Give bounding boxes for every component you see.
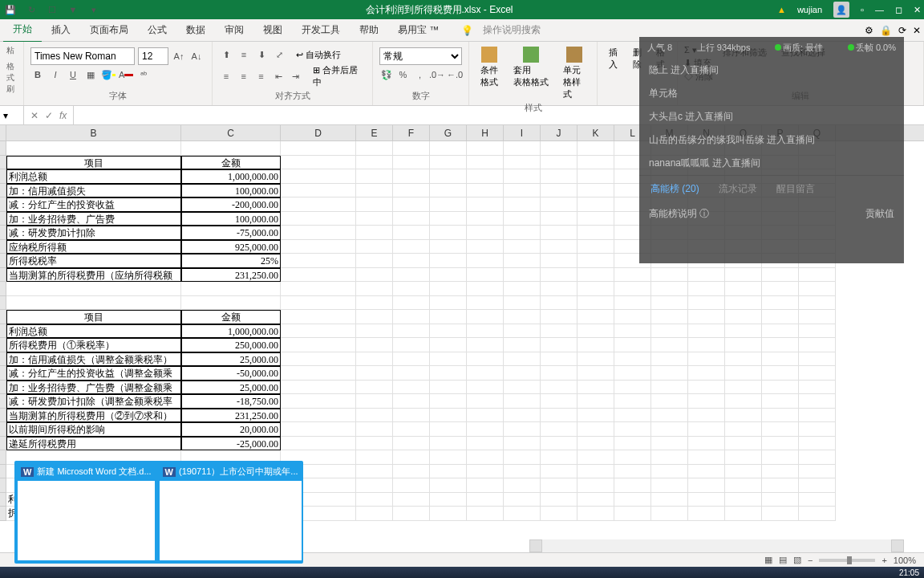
- cell[interactable]: [799, 381, 836, 395]
- cell[interactable]: [578, 366, 614, 381]
- cell[interactable]: [181, 141, 281, 156]
- cell[interactable]: [467, 184, 504, 198]
- cell[interactable]: [393, 310, 430, 324]
- cell[interactable]: -50,000.00: [181, 366, 281, 381]
- scroll-left-button[interactable]: [529, 539, 542, 552]
- cell[interactable]: [393, 268, 430, 283]
- cell[interactable]: [541, 450, 578, 465]
- cell[interactable]: [356, 212, 393, 226]
- cell[interactable]: [356, 366, 393, 381]
- cell[interactable]: [181, 296, 281, 311]
- tab-layout[interactable]: 页面布局: [80, 18, 138, 42]
- format-table-button[interactable]: 套用 表格格式: [509, 45, 553, 90]
- maximize-button[interactable]: ◻: [895, 5, 902, 15]
- cell-styles-button[interactable]: 单元格样式: [558, 45, 590, 102]
- cell[interactable]: [578, 394, 614, 409]
- table-row[interactable]: [0, 282, 924, 296]
- cell[interactable]: [356, 324, 393, 339]
- cell[interactable]: [725, 478, 762, 493]
- cell[interactable]: [541, 197, 578, 212]
- cell[interactable]: [578, 493, 614, 507]
- cell[interactable]: [504, 310, 541, 324]
- cell[interactable]: [467, 141, 504, 156]
- cell[interactable]: [762, 437, 799, 451]
- cell[interactable]: [614, 310, 651, 324]
- cell[interactable]: [356, 240, 393, 254]
- cell[interactable]: 应纳税所得额: [6, 240, 181, 254]
- tab-review[interactable]: 审阅: [215, 18, 253, 42]
- cell[interactable]: [651, 310, 688, 324]
- filter-icon[interactable]: ▼: [66, 2, 80, 17]
- cell[interactable]: [799, 493, 836, 507]
- cell[interactable]: [467, 197, 504, 212]
- cell[interactable]: [504, 184, 541, 198]
- cell[interactable]: [762, 422, 799, 437]
- cell[interactable]: [651, 352, 688, 367]
- cell[interactable]: [541, 338, 578, 352]
- cell[interactable]: [799, 366, 836, 381]
- cell[interactable]: [799, 409, 836, 423]
- cell[interactable]: [651, 338, 688, 352]
- cell[interactable]: [467, 254, 504, 268]
- cell[interactable]: [393, 465, 430, 479]
- cell[interactable]: [614, 324, 651, 339]
- cell[interactable]: 利润总额: [6, 324, 181, 339]
- cell[interactable]: [688, 324, 725, 339]
- conditional-format-button[interactable]: 条件格式: [476, 45, 504, 90]
- cell[interactable]: [356, 478, 393, 493]
- cell[interactable]: [725, 338, 762, 352]
- cell[interactable]: [762, 324, 799, 339]
- cell[interactable]: [430, 352, 467, 367]
- cell[interactable]: [281, 409, 356, 423]
- cell[interactable]: [614, 352, 651, 367]
- cell[interactable]: [467, 296, 504, 311]
- cell[interactable]: [356, 141, 393, 156]
- cell[interactable]: [504, 212, 541, 226]
- cell[interactable]: [281, 338, 356, 352]
- cell[interactable]: [651, 437, 688, 451]
- cell[interactable]: [614, 507, 651, 521]
- cell[interactable]: [762, 450, 799, 465]
- cell[interactable]: [430, 141, 467, 156]
- cell[interactable]: [393, 381, 430, 395]
- cell[interactable]: [504, 240, 541, 254]
- cell[interactable]: [393, 226, 430, 240]
- cell[interactable]: [688, 338, 725, 352]
- cell[interactable]: [430, 507, 467, 521]
- cell[interactable]: [688, 310, 725, 324]
- align-bottom-icon[interactable]: ⬇: [254, 47, 269, 62]
- cell[interactable]: [651, 507, 688, 521]
- decrease-font-icon[interactable]: A↓: [189, 49, 204, 63]
- cell[interactable]: [356, 296, 393, 311]
- cell[interactable]: [688, 450, 725, 465]
- cell[interactable]: [578, 197, 614, 212]
- cell[interactable]: [467, 212, 504, 226]
- taskbar-preview-item[interactable]: W新建 Microsoft Word 文档.d...: [18, 464, 155, 560]
- column-header[interactable]: K: [578, 125, 614, 140]
- cell[interactable]: [356, 310, 393, 324]
- cell[interactable]: [762, 366, 799, 381]
- cell[interactable]: [762, 465, 799, 479]
- table-row[interactable]: 加：业务招待费、广告费（调整金额乘25,000.00: [0, 381, 924, 395]
- cell[interactable]: [430, 254, 467, 268]
- cell[interactable]: [614, 450, 651, 465]
- italic-button[interactable]: I: [48, 67, 63, 82]
- cell[interactable]: [504, 409, 541, 423]
- cell[interactable]: [281, 394, 356, 409]
- cell[interactable]: [614, 478, 651, 493]
- cell[interactable]: [393, 437, 430, 451]
- column-header[interactable]: C: [181, 125, 281, 140]
- cell[interactable]: [467, 169, 504, 184]
- cell[interactable]: [725, 450, 762, 465]
- cell[interactable]: [799, 478, 836, 493]
- cell[interactable]: 当期测算的所得税费用（应纳所得税额: [6, 268, 181, 283]
- cell[interactable]: [393, 394, 430, 409]
- cell[interactable]: [467, 366, 504, 381]
- cell[interactable]: [614, 268, 651, 283]
- touch-icon[interactable]: ☐: [45, 2, 59, 17]
- cell[interactable]: [467, 310, 504, 324]
- cell[interactable]: 25%: [181, 254, 281, 268]
- cell[interactable]: [651, 493, 688, 507]
- cell[interactable]: [688, 409, 725, 423]
- cell[interactable]: [541, 437, 578, 451]
